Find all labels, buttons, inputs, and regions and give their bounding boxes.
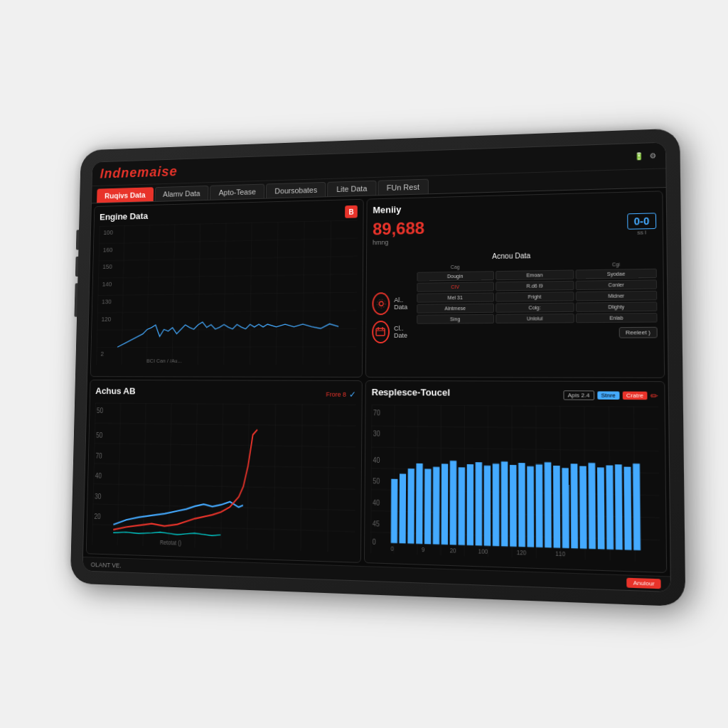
big-metric-value: 89,688 bbox=[373, 218, 424, 239]
response-chart-svg: 70 30 40 50 40 45 0 bbox=[370, 405, 660, 562]
tab-ruqivs[interactable]: Ruqivs Data bbox=[97, 187, 154, 203]
tab-dour[interactable]: Doursobates bbox=[266, 182, 326, 198]
svg-text:140: 140 bbox=[102, 281, 112, 288]
tab-alamv[interactable]: Alamv Data bbox=[154, 186, 209, 201]
svg-rect-31 bbox=[391, 479, 398, 543]
grid-row-2: CIV R.d6 l9 Conler bbox=[417, 279, 657, 291]
svg-text:0: 0 bbox=[373, 538, 376, 546]
svg-text:160: 160 bbox=[103, 246, 113, 253]
achus-title: Achus AB bbox=[95, 386, 136, 397]
engine-badge: B bbox=[345, 205, 358, 218]
action2-label: Cl.. Date bbox=[394, 325, 412, 339]
svg-rect-49 bbox=[545, 462, 552, 547]
svg-text:2: 2 bbox=[100, 350, 104, 358]
svg-text:150: 150 bbox=[102, 263, 112, 270]
svg-text:40: 40 bbox=[95, 472, 102, 480]
svg-rect-55 bbox=[597, 467, 605, 549]
svg-rect-54 bbox=[588, 463, 595, 549]
grid-cell-sing: Sing bbox=[417, 314, 494, 324]
svg-rect-34 bbox=[416, 464, 423, 544]
metrics-bottom: Al.. Data Cl.. Date bbox=[372, 260, 658, 371]
grid-cell-alntmese: Alntmese bbox=[417, 304, 493, 314]
svg-rect-56 bbox=[606, 466, 614, 550]
svg-text:Retotat (): Retotat () bbox=[160, 539, 182, 547]
grid-header-cag: Cag bbox=[417, 263, 493, 271]
achus-badge: Frore 8 ✓ bbox=[326, 389, 355, 399]
svg-point-10 bbox=[377, 299, 385, 308]
svg-rect-42 bbox=[484, 466, 491, 546]
grid-cell-mel31: Mel 31 bbox=[417, 292, 493, 302]
svg-rect-47 bbox=[527, 466, 534, 547]
bottom-right-button[interactable]: Anulour bbox=[627, 578, 661, 589]
svg-rect-37 bbox=[441, 464, 449, 545]
svg-rect-35 bbox=[424, 469, 432, 544]
grid-cell-fright: Fright bbox=[496, 291, 574, 301]
response-badge-cratre: Cratre bbox=[622, 392, 647, 400]
big-metric-label: hmng bbox=[373, 238, 424, 246]
response-edit-icon[interactable]: ✏ bbox=[651, 390, 658, 401]
settings-icon[interactable]: ⚙ bbox=[649, 151, 656, 160]
app-title: Indnemaise bbox=[100, 164, 177, 181]
settings-gear-icon bbox=[375, 298, 387, 309]
side-button-1[interactable] bbox=[76, 230, 79, 250]
metric-display: 0-0 bbox=[627, 213, 656, 230]
engine-panel-title: Engine Data bbox=[100, 205, 358, 223]
svg-rect-15 bbox=[92, 403, 355, 553]
svg-text:40: 40 bbox=[373, 456, 380, 464]
svg-rect-44 bbox=[501, 461, 508, 546]
action-icon-circle-2 bbox=[372, 321, 390, 343]
svg-text:45: 45 bbox=[373, 520, 380, 528]
grid-header-cgi: Cgi bbox=[576, 260, 657, 268]
response-panel: Resplesce-Toucel Apis 2.4 Stnre Cratre ✏ bbox=[364, 380, 667, 573]
grid-header-mid bbox=[496, 262, 574, 269]
svg-text:9: 9 bbox=[422, 546, 425, 553]
bottom-left-text: OLANT VE. bbox=[91, 561, 122, 569]
svg-text:50: 50 bbox=[373, 478, 380, 486]
svg-text:30: 30 bbox=[95, 493, 101, 500]
side-button-3[interactable] bbox=[74, 283, 77, 316]
svg-rect-58 bbox=[624, 467, 632, 550]
action-icon-circle-1 bbox=[372, 292, 390, 315]
main-content: Engine Data B 100 160 15 bbox=[83, 188, 670, 576]
svg-rect-53 bbox=[579, 466, 587, 549]
response-title: Resplesce-Toucel bbox=[372, 387, 450, 398]
grid-cell-dougin: Dougin bbox=[417, 271, 493, 282]
side-button-2[interactable] bbox=[75, 257, 78, 277]
grid-cell-rd6: R.d6 l9 bbox=[496, 281, 574, 291]
svg-text:130: 130 bbox=[102, 298, 112, 305]
achus-checkmark: ✓ bbox=[349, 389, 356, 399]
tab-fun[interactable]: FUn Rest bbox=[378, 179, 429, 196]
action-data-label: Acnou Data bbox=[373, 250, 657, 262]
calendar-icon bbox=[375, 326, 387, 338]
svg-rect-43 bbox=[493, 464, 499, 546]
tab-lite[interactable]: Lite Data bbox=[328, 181, 376, 196]
action-item-2[interactable]: Cl.. Date bbox=[372, 321, 412, 343]
svg-rect-50 bbox=[553, 466, 560, 548]
svg-rect-46 bbox=[518, 463, 525, 547]
svg-rect-32 bbox=[400, 473, 407, 543]
tab-apto[interactable]: Apto-Tease bbox=[210, 184, 264, 200]
metrics-panel-title: Meniiy bbox=[373, 198, 656, 215]
action-item-1[interactable]: Al.. Data bbox=[372, 292, 412, 315]
svg-rect-51 bbox=[562, 468, 569, 548]
svg-rect-11 bbox=[377, 328, 385, 336]
reset-button[interactable]: Reeleet ) bbox=[619, 327, 658, 338]
response-chart: 70 30 40 50 40 45 0 bbox=[370, 405, 660, 562]
achus-panel: Achus AB Frore 8 ✓ bbox=[86, 380, 363, 563]
grid-cell-midner: Midner bbox=[576, 291, 657, 301]
svg-text:100: 100 bbox=[103, 229, 113, 236]
response-header: Resplesce-Toucel Apis 2.4 Stnre Cratre ✏ bbox=[372, 387, 658, 404]
svg-rect-57 bbox=[615, 464, 623, 550]
svg-text:30: 30 bbox=[373, 430, 380, 438]
metric-sub: ss l bbox=[627, 229, 656, 236]
svg-rect-33 bbox=[407, 469, 414, 544]
grid-row-3: Mel 31 Fright Midner bbox=[417, 291, 657, 303]
svg-rect-52 bbox=[571, 464, 578, 548]
response-badge-apis: Apis 2.4 bbox=[563, 390, 594, 400]
tablet-screen: Indnemaise 🔋 ⚙ Ruqivs Data Alamv Data Ap… bbox=[82, 142, 671, 593]
svg-text:BCI Can / /Au...: BCI Can / /Au... bbox=[146, 358, 182, 364]
svg-rect-41 bbox=[476, 462, 482, 545]
response-badge-stnre: Stnre bbox=[597, 391, 619, 400]
grid-cell-dlighty: Dlighty bbox=[576, 301, 657, 311]
title-part3: emaise bbox=[129, 164, 178, 180]
